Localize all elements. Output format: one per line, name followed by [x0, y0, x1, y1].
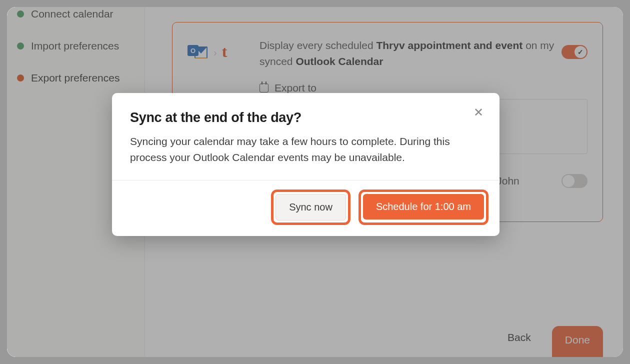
sync-now-button[interactable]: Sync now: [276, 194, 346, 220]
close-button[interactable]: ✕: [470, 106, 486, 119]
schedule-highlight: Schedule for 1:00 am: [358, 190, 488, 225]
modal-title: Sync at the end of the day?: [130, 110, 482, 126]
sync-schedule-modal: ✕ Sync at the end of the day? Syncing yo…: [112, 93, 500, 236]
schedule-button[interactable]: Schedule for 1:00 am: [363, 194, 484, 220]
modal-body-text: Syncing your calendar may take a few hou…: [130, 134, 450, 165]
sync-now-highlight: Sync now: [271, 190, 350, 225]
close-icon: ✕: [474, 106, 484, 119]
